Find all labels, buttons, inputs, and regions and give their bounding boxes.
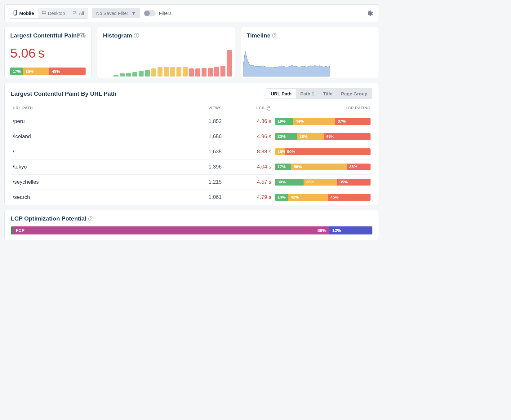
lcp-by-url-card: Largest Contentful Paint By URL Path URL… xyxy=(4,83,379,205)
histogram-bar xyxy=(189,68,194,77)
cell-views: 1,656 xyxy=(186,129,224,144)
rating-ni: 42% xyxy=(288,194,328,201)
cell-path: /peru xyxy=(11,114,186,129)
histogram-chart xyxy=(113,49,232,77)
help-icon[interactable]: ? xyxy=(267,106,271,111)
histogram-bar xyxy=(158,67,162,77)
device-tab-all[interactable]: All xyxy=(69,8,88,18)
rating-ni: 35% xyxy=(304,179,337,186)
device-tab-mobile[interactable]: Mobile xyxy=(9,8,38,18)
cell-rating: 17%58%25% xyxy=(273,159,372,174)
groupby-tab-path-1[interactable]: Path 1 xyxy=(296,89,318,98)
col-path[interactable]: URL PATH xyxy=(11,103,186,114)
rating-poor: 37% xyxy=(335,118,371,125)
cell-path: /search xyxy=(11,190,186,205)
rating-good: 14% xyxy=(275,194,288,201)
rating-ni: 44% xyxy=(293,118,335,125)
rating-ni: 58% xyxy=(291,164,347,170)
rating-poor: 49% xyxy=(324,133,371,140)
device-icon xyxy=(13,10,17,16)
cell-lcp: 8.88 s xyxy=(224,144,273,159)
help-icon[interactable]: ? xyxy=(272,33,277,38)
timeline-title: Timeline ? xyxy=(247,32,278,39)
table-row[interactable]: / 1,635 8.88 s 10%90% xyxy=(11,144,372,159)
col-views[interactable]: VIEWS xyxy=(186,103,224,114)
cell-views: 1,061 xyxy=(186,190,224,205)
cell-rating: 23%28%49% xyxy=(273,129,372,144)
opt-seg-fcp: FCP88% xyxy=(13,226,329,234)
cell-lcp: 4.96 s xyxy=(224,129,273,144)
histogram-title: Histogram ? xyxy=(103,32,139,39)
cell-path: /seychelles xyxy=(11,174,186,190)
filters-toggle[interactable] xyxy=(144,10,156,16)
histogram-bar xyxy=(145,70,150,77)
device-tab-desktop[interactable]: Desktop xyxy=(38,8,69,18)
rating-good: 30% xyxy=(275,179,304,186)
col-rating[interactable]: LCP RATING xyxy=(273,103,372,114)
col-lcp[interactable]: LCP ? xyxy=(224,103,273,114)
table-row[interactable]: /seychelles 1,215 4.57 s 30%35%35% xyxy=(11,174,372,190)
groupby-tab-url-path[interactable]: URL Path xyxy=(266,89,296,98)
cell-rating: 19%44%37% xyxy=(273,114,372,129)
cell-rating: 14%42%45% xyxy=(273,190,372,205)
histogram-bar xyxy=(113,75,118,77)
histogram-bar xyxy=(176,67,181,77)
filters-toggle-label: Filters xyxy=(159,11,171,16)
optimization-title: LCP Optimization Potential ? xyxy=(11,215,93,222)
histogram-bar xyxy=(202,68,207,77)
group-by-tabs: URL PathPath 1TitlePage Group xyxy=(266,88,372,99)
rating-good: 17% xyxy=(10,68,23,75)
histogram-bar xyxy=(151,68,156,77)
histogram-bar xyxy=(164,67,169,77)
histogram-bar xyxy=(208,68,213,77)
saved-filter-label: No Saved Filter xyxy=(96,11,128,16)
lcp-summary-card: Largest Contentful Paint ? P75 5.06 s 17… xyxy=(4,27,91,78)
table-row[interactable]: /peru 1,852 4.36 s 19%44%37% xyxy=(11,114,372,129)
rating-ni: 10% xyxy=(275,148,285,155)
cell-path: / xyxy=(11,144,186,159)
histogram-card: Histogram ? xyxy=(97,27,235,78)
saved-filter-dropdown[interactable]: No Saved Filter ▼ xyxy=(92,8,140,18)
histogram-bar xyxy=(183,67,188,77)
help-icon[interactable]: ? xyxy=(88,216,93,221)
rating-good: 19% xyxy=(275,118,293,125)
rating-ni: 35% xyxy=(23,68,49,75)
histogram-bar xyxy=(227,50,232,77)
rating-poor: 25% xyxy=(347,164,371,170)
histogram-bar xyxy=(220,66,225,77)
cell-rating: 10%90% xyxy=(273,144,372,159)
table-title: Largest Contentful Paint By URL Path xyxy=(11,90,117,97)
rating-poor: 90% xyxy=(285,148,371,155)
lcp-value: 5.06 s xyxy=(10,46,86,61)
filter-bar: MobileDesktopAll No Saved Filter ▼ Filte… xyxy=(4,4,379,22)
lcp-card-title: Largest Contentful Paint ? xyxy=(10,32,86,39)
filters-toggle-group: Filters xyxy=(144,10,171,16)
cell-lcp: 4.36 s xyxy=(224,114,273,129)
cell-path: /tokyo xyxy=(11,159,186,174)
timeline-chart xyxy=(243,42,330,77)
rating-poor: 48% xyxy=(49,68,86,75)
histogram-bar xyxy=(195,68,200,77)
percentile-badge: P75 xyxy=(77,33,86,38)
cell-lcp: 4.57 s xyxy=(224,174,273,190)
lcp-optimization-card: LCP Optimization Potential ? FCP88% 12% xyxy=(4,210,379,240)
cell-lcp: 4.04 s xyxy=(224,159,273,174)
rating-poor: 45% xyxy=(328,194,371,201)
groupby-tab-title[interactable]: Title xyxy=(318,89,337,98)
device-segmented: MobileDesktopAll xyxy=(9,8,88,19)
table-row[interactable]: /iceland 1,656 4.96 s 23%28%49% xyxy=(11,129,372,144)
help-icon[interactable]: ? xyxy=(134,33,139,38)
cell-views: 1,215 xyxy=(186,174,224,190)
cell-views: 1,852 xyxy=(186,114,224,129)
histogram-bar xyxy=(126,73,131,77)
settings-button[interactable] xyxy=(365,9,374,18)
device-icon xyxy=(42,10,46,16)
histogram-bar xyxy=(214,67,219,77)
groupby-tab-page-group[interactable]: Page Group xyxy=(337,89,372,98)
cell-path: /iceland xyxy=(11,129,186,144)
svg-rect-5 xyxy=(76,12,77,14)
histogram-bar xyxy=(170,67,175,77)
table-row[interactable]: /tokyo 1,396 4.04 s 17%58%25% xyxy=(11,159,372,174)
table-row[interactable]: /search 1,061 4.79 s 14%42%45% xyxy=(11,190,372,205)
lcp-rating-bar: 17%35%48% xyxy=(10,68,86,75)
